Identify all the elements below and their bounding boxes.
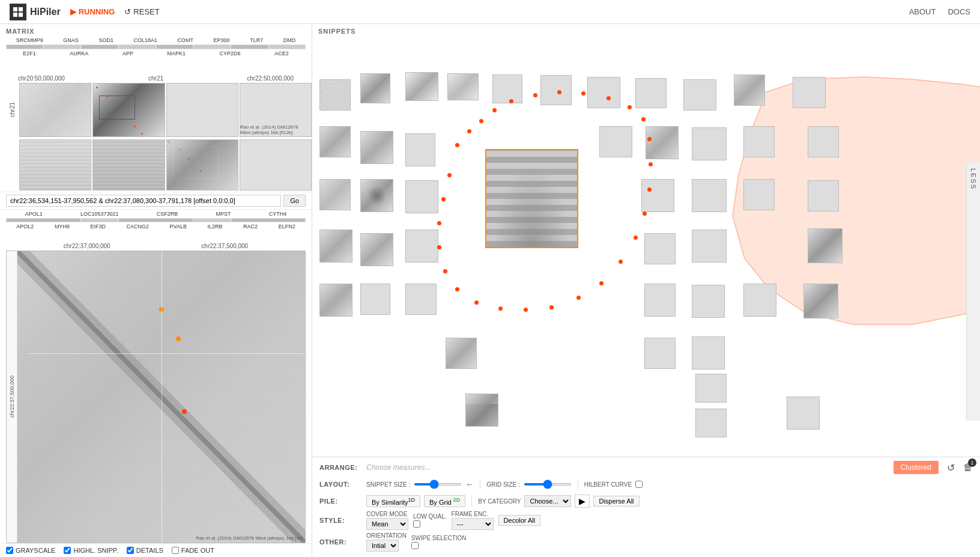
snippet-39[interactable]	[803, 284, 838, 318]
snippet-34[interactable]	[360, 284, 390, 315]
hilbert-checkbox[interactable]	[635, 481, 643, 488]
fadeout-checkbox[interactable]	[172, 547, 179, 554]
matrix-cell-2[interactable]	[92, 83, 165, 137]
snippet-5[interactable]	[492, 75, 522, 103]
snippet-15[interactable]	[599, 126, 632, 157]
chr-labels-top: chr20:50,000,000 chr21 chr22:50,000,000	[0, 75, 312, 82]
cover-mode-group: COVER MODE Mean	[366, 511, 408, 530]
decolor-all-button[interactable]: Decolor All	[498, 515, 541, 526]
snippet-21[interactable]	[360, 179, 393, 212]
matrix-cell-1[interactable]	[19, 83, 91, 137]
snippet-29[interactable]	[405, 230, 438, 263]
by-grid-button[interactable]: By Grid 2D	[424, 495, 465, 508]
snippet-6[interactable]	[540, 75, 572, 105]
snippets-view[interactable]: LESS	[312, 36, 980, 457]
gene-aurka: AURKA	[70, 50, 88, 56]
by-similarity-button[interactable]: By Similarity1D	[366, 495, 420, 508]
snippet-37[interactable]	[692, 285, 725, 318]
snippet-8[interactable]	[635, 78, 667, 108]
snippet-17[interactable]	[692, 127, 727, 160]
snippet-27[interactable]	[319, 230, 352, 263]
disperse-all-button[interactable]: Disperse All	[593, 496, 639, 507]
details-checkbox[interactable]	[127, 547, 134, 554]
snippet-26[interactable]	[808, 180, 839, 212]
snippet-3[interactable]	[405, 72, 438, 101]
matrix-bottom-heatmap[interactable]: chr22:37,500,000	[6, 251, 306, 543]
snippet-19[interactable]	[808, 126, 839, 157]
snippet-43[interactable]	[695, 374, 727, 403]
snippet-2[interactable]	[360, 73, 390, 103]
snippet-46[interactable]	[787, 397, 820, 430]
layout-arrow-btn[interactable]: ←	[465, 479, 474, 489]
snippet-30[interactable]	[644, 233, 676, 264]
layout-row: LAYOUT: SNIPPET SIZE : ← GRID SIZE : HIL…	[319, 477, 973, 492]
snippet-16[interactable]	[646, 126, 679, 159]
snippet-14[interactable]	[405, 133, 435, 166]
snippet-31[interactable]	[692, 230, 727, 263]
snippet-41[interactable]	[644, 338, 676, 369]
snippet-42[interactable]	[692, 336, 725, 370]
snippet-33[interactable]	[319, 284, 352, 317]
center-snippet-large[interactable]	[485, 149, 578, 248]
about-link[interactable]: ABOUT	[909, 7, 936, 16]
clustered-button[interactable]: Clustered	[894, 461, 939, 474]
coord-bar: Go	[0, 192, 312, 210]
snippet-23[interactable]	[641, 179, 674, 212]
less-button[interactable]: LESS	[966, 162, 980, 421]
gene-il2rb: IL2RB	[208, 224, 223, 230]
swipe-selection-checkbox[interactable]	[411, 542, 419, 549]
refresh-icon[interactable]: ↺	[947, 462, 955, 473]
coord-input[interactable]	[6, 195, 281, 207]
snippet-9[interactable]	[683, 79, 716, 111]
category-select[interactable]: Choose...	[524, 495, 571, 507]
by-category-label: BY CATEGORY	[478, 498, 521, 505]
dot-5	[509, 99, 513, 103]
snippet-size-slider[interactable]	[414, 483, 462, 485]
header: HiPiler RUNNING ↺ RESET ABOUT DOCS	[0, 0, 980, 24]
gene-eif3d: EIF3D	[90, 224, 106, 230]
snippet-4[interactable]	[447, 73, 479, 100]
snippet-44[interactable]	[695, 409, 727, 437]
snippet-10[interactable]	[734, 75, 765, 106]
other-label: OTHER:	[319, 538, 361, 546]
orientation-select[interactable]: Intial	[366, 540, 399, 552]
snippet-35[interactable]	[405, 284, 437, 315]
snippet-40[interactable]	[446, 338, 477, 369]
cover-mode-select[interactable]: Mean	[366, 518, 408, 530]
snippet-18[interactable]	[743, 126, 775, 157]
trash-button[interactable]: 🗑 1	[963, 462, 973, 473]
low-qual-checkbox[interactable]	[413, 520, 420, 528]
snippet-28[interactable]	[360, 233, 393, 266]
snippet-22[interactable]	[405, 180, 438, 213]
highl-checkbox[interactable]	[64, 547, 71, 554]
grayscale-checkbox[interactable]	[6, 547, 13, 554]
play-button[interactable]: ▶	[575, 495, 590, 508]
snippet-47[interactable]	[465, 394, 498, 427]
snippet-38[interactable]	[743, 284, 776, 317]
snippet-11[interactable]	[793, 77, 826, 108]
reset-button[interactable]: ↺ RESET	[124, 7, 159, 16]
matrix-cell-6[interactable]	[92, 139, 165, 190]
frame-enc-select[interactable]: ---	[452, 518, 494, 530]
grid-size-slider[interactable]	[524, 483, 572, 485]
snippet-20[interactable]	[319, 179, 351, 210]
snippet-32[interactable]	[808, 228, 842, 263]
go-button[interactable]: Go	[283, 195, 306, 207]
gene-myh9: MYH9	[55, 224, 70, 230]
snippet-36[interactable]	[644, 284, 676, 317]
docs-link[interactable]: DOCS	[948, 7, 970, 16]
snippet-24[interactable]	[692, 179, 727, 212]
matrix-cell-5[interactable]	[19, 139, 91, 190]
snippet-12[interactable]	[319, 126, 351, 157]
matrix-cell-4[interactable]: Rao et al. (2014) GM12878 Mbol (allreps)…	[240, 83, 312, 137]
snippet-25[interactable]	[743, 179, 775, 210]
grayscale-check: GRAYSCALE	[6, 547, 55, 554]
matrix-cells-top: Rao et al. (2014) GM12878 Mbol (allreps)…	[19, 83, 312, 137]
matrix-cell-7[interactable]	[166, 139, 238, 190]
snippet-13[interactable]	[360, 131, 393, 164]
layout-label: LAYOUT:	[319, 481, 361, 488]
matrix-cell-8[interactable]	[240, 139, 312, 190]
snippet-1[interactable]	[319, 79, 351, 111]
snippet-7[interactable]	[587, 77, 620, 108]
matrix-cell-3[interactable]	[166, 83, 238, 137]
